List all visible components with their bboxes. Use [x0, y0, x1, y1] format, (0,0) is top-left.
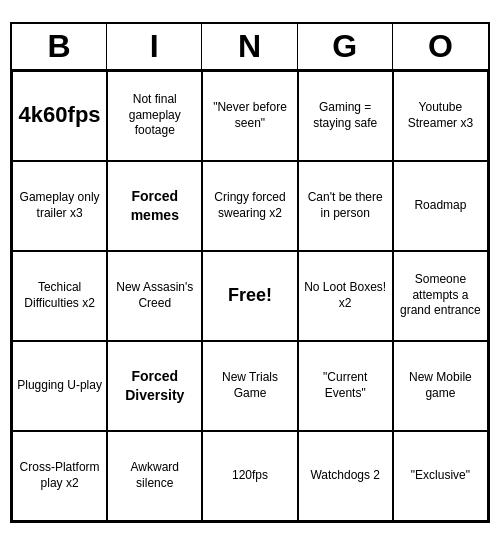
bingo-cell-19: New Mobile game: [393, 341, 488, 431]
bingo-cell-21: Awkward silence: [107, 431, 202, 521]
bingo-cell-17: New Trials Game: [202, 341, 297, 431]
bingo-cell-20: Cross-Platform play x2: [12, 431, 107, 521]
header-letter-g: G: [298, 24, 393, 69]
header-letter-n: N: [202, 24, 297, 69]
bingo-cell-6: Forced memes: [107, 161, 202, 251]
bingo-cell-1: Not final gameplay footage: [107, 71, 202, 161]
bingo-cell-13: No Loot Boxes! x2: [298, 251, 393, 341]
bingo-cell-8: Can't be there in person: [298, 161, 393, 251]
header-letter-o: O: [393, 24, 488, 69]
bingo-cell-0: 4k60fps: [12, 71, 107, 161]
header-letter-i: I: [107, 24, 202, 69]
bingo-cell-24: "Exclusive": [393, 431, 488, 521]
bingo-cell-14: Someone attempts a grand entrance: [393, 251, 488, 341]
bingo-cell-10: Techical Difficulties x2: [12, 251, 107, 341]
bingo-cell-16: Forced Diversity: [107, 341, 202, 431]
bingo-cell-23: Watchdogs 2: [298, 431, 393, 521]
bingo-cell-18: "Current Events": [298, 341, 393, 431]
bingo-grid: 4k60fpsNot final gameplay footage"Never …: [12, 71, 488, 521]
bingo-cell-7: Cringy forced swearing x2: [202, 161, 297, 251]
bingo-cell-15: Plugging U-play: [12, 341, 107, 431]
bingo-cell-12: Free!: [202, 251, 297, 341]
bingo-cell-4: Youtube Streamer x3: [393, 71, 488, 161]
bingo-cell-2: "Never before seen": [202, 71, 297, 161]
bingo-header: BINGO: [12, 24, 488, 71]
bingo-cell-9: Roadmap: [393, 161, 488, 251]
bingo-cell-3: Gaming = staying safe: [298, 71, 393, 161]
header-letter-b: B: [12, 24, 107, 69]
bingo-cell-22: 120fps: [202, 431, 297, 521]
bingo-cell-5: Gameplay only trailer x3: [12, 161, 107, 251]
bingo-cell-11: New Assasin's Creed: [107, 251, 202, 341]
bingo-card: BINGO 4k60fpsNot final gameplay footage"…: [10, 22, 490, 523]
